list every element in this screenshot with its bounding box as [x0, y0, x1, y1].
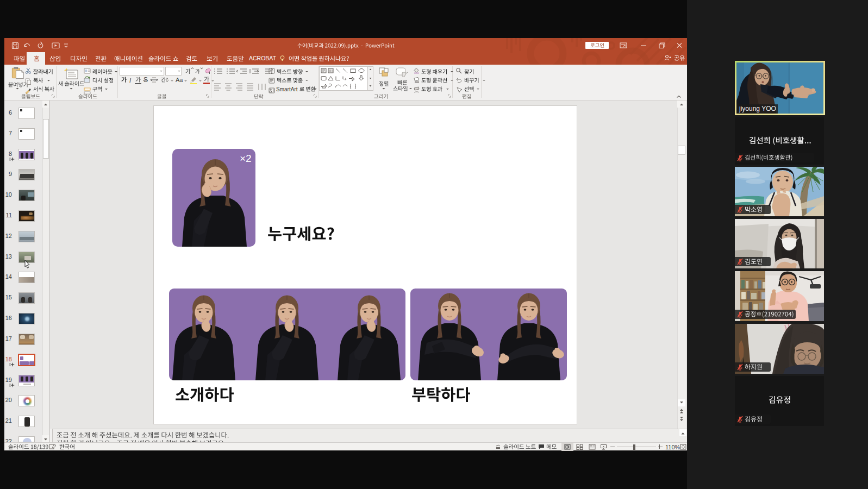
svg-text:I: I — [129, 77, 131, 84]
